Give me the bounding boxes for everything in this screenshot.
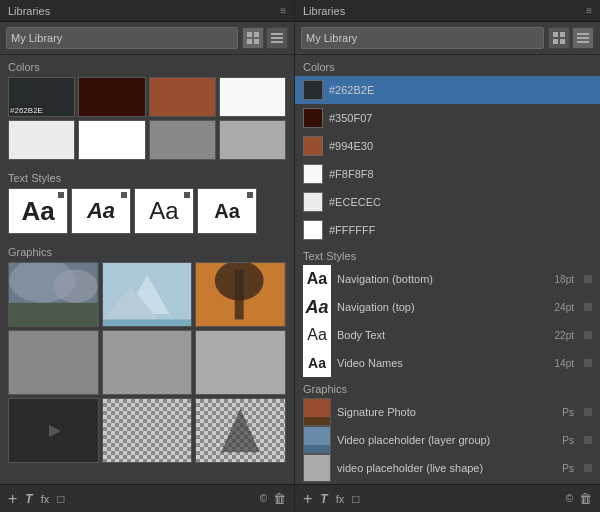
left-graphics-label: Graphics xyxy=(0,240,294,262)
right-graphic-preview-3 xyxy=(303,454,331,482)
right-grid-view-btn[interactable] xyxy=(548,27,570,49)
left-text-styles-grid: Aa Aa Aa Aa xyxy=(0,188,294,240)
left-collapse-icon[interactable]: ≡ xyxy=(280,5,286,16)
svg-point-10 xyxy=(53,270,97,303)
left-library-select[interactable]: My Library xyxy=(6,27,238,49)
left-panel-footer: + T fx □ © 🗑 xyxy=(0,484,294,512)
right-colors-label: Colors xyxy=(295,55,600,76)
right-text-style-name-1: Navigation (bottom) xyxy=(337,273,549,285)
left-text-style-2[interactable]: Aa xyxy=(71,188,131,234)
left-color-swatch-2[interactable] xyxy=(78,77,145,117)
right-color-name-3: #994E30 xyxy=(329,140,592,152)
right-text-style-indicator-3 xyxy=(584,331,592,339)
right-text-style-item-1[interactable]: Aa Navigation (bottom) 18pt xyxy=(295,265,600,293)
left-color-swatch-6[interactable] xyxy=(78,120,145,160)
left-list-view-btn[interactable] xyxy=(266,27,288,49)
left-graphic-1[interactable] xyxy=(8,262,99,327)
svg-rect-20 xyxy=(553,32,558,37)
right-graphic-indicator-3 xyxy=(584,464,592,472)
right-graphic-app-1: Ps xyxy=(562,407,574,418)
right-panel-header: My Library xyxy=(295,22,600,55)
right-graphic-item-3[interactable]: video placeholder (live shape) Ps xyxy=(295,454,600,482)
left-text-style-1[interactable]: Aa xyxy=(8,188,68,234)
right-graphic-name-2: Video placeholder (layer group) xyxy=(337,434,556,446)
left-text-style-indicator-2 xyxy=(121,192,127,198)
right-color-swatch-3 xyxy=(303,136,323,156)
svg-marker-18 xyxy=(49,425,61,437)
svg-rect-26 xyxy=(577,41,589,43)
right-text-style-item-2[interactable]: Aa Navigation (top) 24pt xyxy=(295,293,600,321)
right-text-icon[interactable]: T xyxy=(320,492,327,506)
right-color-item-6[interactable]: #FFFFFF xyxy=(295,216,600,244)
right-text-style-size-4: 14pt xyxy=(555,358,574,369)
svg-marker-19 xyxy=(221,409,260,453)
left-text-style-indicator-1 xyxy=(58,192,64,198)
left-color-swatch-3[interactable] xyxy=(149,77,216,117)
right-graphic-name-3: video placeholder (live shape) xyxy=(337,462,556,474)
right-color-item-3[interactable]: #994E30 xyxy=(295,132,600,160)
left-color-swatch-1[interactable]: #262B2E xyxy=(8,77,75,117)
right-text-style-name-2: Navigation (top) xyxy=(337,301,549,313)
left-color-swatch-4[interactable] xyxy=(219,77,286,117)
left-graphic-3[interactable] xyxy=(195,262,286,327)
left-graphic-8[interactable] xyxy=(102,398,193,463)
svg-rect-24 xyxy=(577,33,589,35)
right-panel-footer: + T fx □ © 🗑 xyxy=(295,484,600,512)
right-library-select[interactable]: My Library xyxy=(301,27,544,49)
right-text-style-preview-4: Aa xyxy=(303,349,331,377)
right-color-item-4[interactable]: #F8F8F8 xyxy=(295,160,600,188)
left-color-swatch-5[interactable] xyxy=(8,120,75,160)
left-panel: Libraries ≡ My Library Colors #2 xyxy=(0,0,295,512)
left-cc-icon[interactable]: © xyxy=(260,493,267,504)
right-graphic-name-1: Signature Photo xyxy=(337,406,556,418)
right-text-style-size-3: 22pt xyxy=(555,330,574,341)
right-cc-icon[interactable]: © xyxy=(566,493,573,504)
left-graphic-4[interactable] xyxy=(8,330,99,395)
right-text-style-preview-1: Aa xyxy=(303,265,331,293)
left-graphic-6[interactable] xyxy=(195,330,286,395)
right-color-swatch-2 xyxy=(303,108,323,128)
left-text-style-4[interactable]: Aa xyxy=(197,188,257,234)
right-color-swatch-4 xyxy=(303,164,323,184)
svg-rect-0 xyxy=(247,32,252,37)
right-text-style-item-4[interactable]: Aa Video Names 14pt xyxy=(295,349,600,377)
left-graphic-9[interactable] xyxy=(195,398,286,463)
left-graphic-5[interactable] xyxy=(102,330,193,395)
right-view-icons xyxy=(548,27,594,49)
left-color-swatch-7[interactable] xyxy=(149,120,216,160)
right-color-name-6: #FFFFFF xyxy=(329,224,592,236)
right-text-style-indicator-1 xyxy=(584,275,592,283)
right-color-item-5[interactable]: #ECECEC xyxy=(295,188,600,216)
right-list-view-btn[interactable] xyxy=(572,27,594,49)
right-text-style-name-4: Video Names xyxy=(337,357,549,369)
right-text-style-size-1: 18pt xyxy=(555,274,574,285)
right-add-icon[interactable]: + xyxy=(303,490,312,508)
left-graphic-7[interactable] xyxy=(8,398,99,463)
right-graphic-app-3: Ps xyxy=(562,463,574,474)
right-graphic-indicator-1 xyxy=(584,408,592,416)
right-color-item-1[interactable]: #262B2E xyxy=(295,76,600,104)
left-shape-icon[interactable]: □ xyxy=(57,492,64,506)
right-text-style-item-3[interactable]: Aa Body Text 22pt xyxy=(295,321,600,349)
right-color-name-5: #ECECEC xyxy=(329,196,592,208)
left-add-icon[interactable]: + xyxy=(8,490,17,508)
left-text-style-3[interactable]: Aa xyxy=(134,188,194,234)
right-color-name-2: #350F07 xyxy=(329,112,592,124)
right-graphic-indicator-2 xyxy=(584,436,592,444)
right-graphics-label: Graphics xyxy=(295,377,600,398)
right-collapse-icon[interactable]: ≡ xyxy=(586,5,592,16)
right-shape-icon[interactable]: □ xyxy=(352,492,359,506)
left-trash-icon[interactable]: 🗑 xyxy=(273,491,286,506)
left-grid-view-btn[interactable] xyxy=(242,27,264,49)
left-graphic-2[interactable] xyxy=(102,262,193,327)
left-text-icon[interactable]: T xyxy=(25,492,32,506)
right-trash-icon[interactable]: 🗑 xyxy=(579,491,592,506)
left-color-swatch-8[interactable] xyxy=(219,120,286,160)
right-graphic-item-1[interactable]: Signature Photo Ps xyxy=(295,398,600,426)
right-color-item-2[interactable]: #350F07 xyxy=(295,104,600,132)
svg-rect-14 xyxy=(103,319,192,326)
left-fx-icon[interactable]: fx xyxy=(41,493,50,505)
left-title-bar: Libraries ≡ xyxy=(0,0,294,22)
right-fx-icon[interactable]: fx xyxy=(336,493,345,505)
right-graphic-item-2[interactable]: Video placeholder (layer group) Ps xyxy=(295,426,600,454)
